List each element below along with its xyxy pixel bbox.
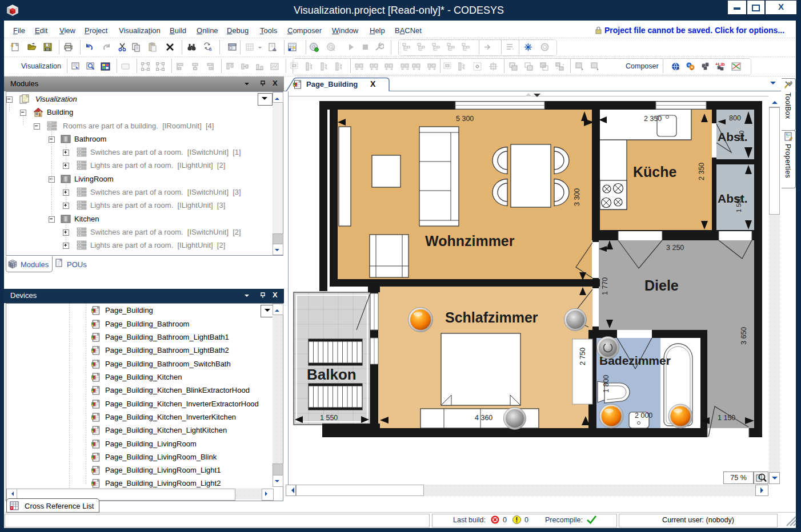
svg-text:5 300: 5 300 xyxy=(456,115,474,123)
svg-text:800: 800 xyxy=(729,114,741,122)
svg-text:1 770: 1 770 xyxy=(601,277,609,295)
svg-text:4 360: 4 360 xyxy=(475,414,492,422)
svg-text:1 550: 1 550 xyxy=(320,414,338,422)
svg-text:2 000: 2 000 xyxy=(635,412,652,420)
svg-text:Schlafzimmer: Schlafzimmer xyxy=(445,309,538,325)
svg-text:3 650: 3 650 xyxy=(740,327,748,345)
svg-text:2 350: 2 350 xyxy=(644,115,662,123)
svg-text:Abst.: Abst. xyxy=(718,192,748,205)
svg-text:3 250: 3 250 xyxy=(666,244,684,252)
svg-text:Küche: Küche xyxy=(633,164,677,180)
svg-text:Wohnzimmer: Wohnzimmer xyxy=(425,233,515,249)
svg-text:Diele: Diele xyxy=(644,277,679,293)
svg-text:2 750: 2 750 xyxy=(579,348,587,365)
svg-text:3 300: 3 300 xyxy=(573,188,581,206)
svg-text:1 800: 1 800 xyxy=(602,375,610,393)
svg-text:B: B xyxy=(209,47,212,51)
svg-text:Abst.: Abst. xyxy=(718,130,748,143)
svg-text:Balkon: Balkon xyxy=(307,366,357,383)
svg-text:1 150: 1 150 xyxy=(718,414,735,422)
svg-text:2 350: 2 350 xyxy=(698,163,706,180)
